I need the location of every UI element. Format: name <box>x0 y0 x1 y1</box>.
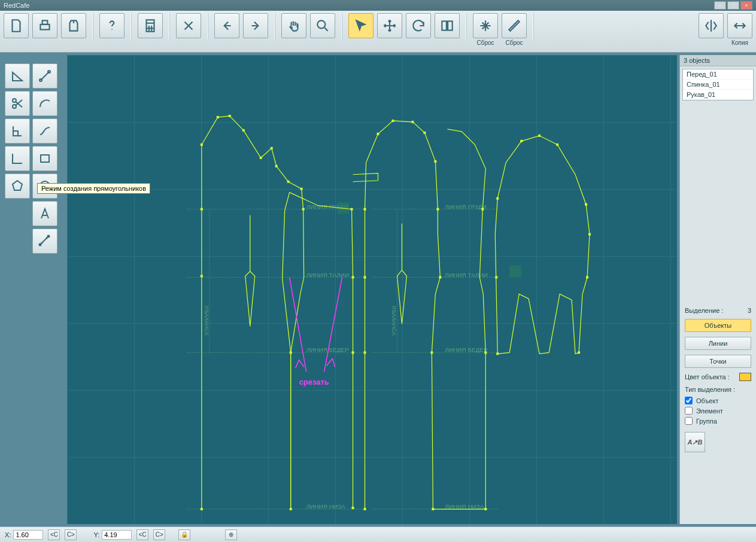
color-swatch[interactable] <box>739 373 751 381</box>
new-file-button[interactable] <box>4 13 29 38</box>
object-color-label: Цвет объекта : <box>685 373 730 380</box>
svg-rect-54 <box>377 133 379 135</box>
ab-rename-button[interactable]: A↗B <box>685 432 705 452</box>
chk-object[interactable] <box>685 397 693 404</box>
svg-rect-60 <box>439 276 441 279</box>
app-title: RedCafe <box>4 2 29 9</box>
tooltip: Режим создания прямоугольников <box>37 183 150 194</box>
line-tool[interactable] <box>32 63 57 89</box>
text-tool[interactable] <box>32 201 57 226</box>
perpendicular-tool[interactable] <box>5 118 30 144</box>
x-label: X: <box>5 531 11 538</box>
titlebar: RedCafe – □ × <box>0 0 756 11</box>
delete-button[interactable] <box>176 13 201 38</box>
objects-tab-button[interactable]: Объекты <box>685 319 751 332</box>
help-button[interactable] <box>99 13 125 38</box>
pan-button[interactable] <box>281 13 306 38</box>
svg-rect-66 <box>496 352 499 355</box>
dimension-tool[interactable] <box>32 229 57 254</box>
svg-rect-57 <box>423 132 426 134</box>
reset-label-1: Сброс <box>476 39 494 46</box>
object-list[interactable]: Перед_01 Спинка_01 Рукав_01 <box>682 69 754 101</box>
y-input[interactable] <box>102 530 132 540</box>
arc-tool[interactable] <box>32 91 57 116</box>
svg-rect-32 <box>201 275 203 278</box>
undo-button[interactable] <box>214 13 239 38</box>
move-button[interactable] <box>377 13 402 38</box>
svg-rect-65 <box>481 208 484 211</box>
svg-rect-31 <box>201 508 203 510</box>
svg-rect-40 <box>275 165 278 168</box>
zoom-button[interactable] <box>310 13 335 38</box>
corner-tool[interactable] <box>5 146 30 171</box>
chk-group[interactable] <box>685 417 693 425</box>
main-toolbar: Сброс Сброс Копия <box>0 11 756 53</box>
reset-axis-button[interactable] <box>473 13 498 38</box>
svg-rect-48 <box>352 276 354 279</box>
svg-point-18 <box>48 236 50 237</box>
chest-line-label-2: ЛИНИЯ ГРУДИ <box>445 203 487 210</box>
flip-button[interactable] <box>435 13 460 38</box>
svg-rect-58 <box>434 160 436 163</box>
calculator-button[interactable] <box>138 13 163 38</box>
grid-snap-button[interactable]: ⊕ <box>225 529 237 540</box>
copy-label: Копия <box>731 39 748 46</box>
points-tab-button[interactable]: Точки <box>685 355 751 368</box>
y-lt-button[interactable]: <C <box>136 529 148 540</box>
svg-rect-47 <box>352 351 354 354</box>
svg-line-8 <box>324 28 327 31</box>
svg-rect-30 <box>509 266 521 278</box>
x-input[interactable] <box>13 530 43 540</box>
svg-rect-39 <box>271 147 273 150</box>
angle-tool[interactable] <box>5 63 30 89</box>
svg-rect-52 <box>364 276 366 279</box>
list-item[interactable]: Перед_01 <box>683 69 753 80</box>
redo-button[interactable] <box>243 13 268 38</box>
svg-rect-36 <box>229 115 231 117</box>
svg-rect-15 <box>41 155 49 162</box>
hem-line-label-1: ЛИНИЯ НИЗА <box>306 503 345 510</box>
svg-rect-10 <box>448 21 453 30</box>
shape-tool[interactable] <box>5 173 30 199</box>
svg-rect-72 <box>585 203 587 206</box>
svg-rect-9 <box>442 21 447 30</box>
x-lt-button[interactable]: <C <box>48 529 60 540</box>
x-gt-button[interactable]: C> <box>65 529 77 540</box>
curve-tool[interactable] <box>32 118 57 144</box>
svg-rect-70 <box>538 135 541 137</box>
svg-rect-49 <box>351 208 353 211</box>
svg-rect-43 <box>302 208 305 211</box>
svg-rect-56 <box>411 121 414 123</box>
lines-tab-button[interactable]: Линии <box>685 337 751 350</box>
svg-rect-64 <box>484 351 487 354</box>
rectangle-tool[interactable] <box>32 146 57 171</box>
lock-button[interactable]: 🔒 <box>178 529 190 540</box>
reset-ruler-button[interactable] <box>502 13 527 38</box>
chk-element[interactable] <box>685 407 693 415</box>
svg-rect-51 <box>364 351 366 354</box>
scissors-tool[interactable] <box>5 91 30 116</box>
list-item[interactable]: Рукав_01 <box>683 90 753 100</box>
svg-point-7 <box>317 20 325 28</box>
minimize-button[interactable]: – <box>714 1 726 10</box>
hip-line-label-2: ЛИНИЯ БЕДЕР <box>445 346 488 353</box>
tool-palette <box>5 63 57 254</box>
mirror-v-button[interactable] <box>699 13 724 38</box>
mannequin-button[interactable] <box>61 13 86 38</box>
svg-rect-67 <box>495 276 497 279</box>
balance-label-1: Р.БАЛАНСА <box>204 306 210 335</box>
svg-rect-62 <box>432 508 434 510</box>
drawing-canvas[interactable]: ЛИНИЯ ГРУДИ ЛИНИЯ ГРУДИ ЛИНИЯ ТАЛИИ ЛИНИ… <box>67 55 677 524</box>
y-gt-button[interactable]: C> <box>153 529 165 540</box>
rotate-button[interactable] <box>406 13 431 38</box>
maximize-button[interactable]: □ <box>727 1 739 10</box>
selection-count: 3 <box>748 307 751 314</box>
select-button[interactable] <box>348 13 374 38</box>
copy-button[interactable] <box>727 13 752 38</box>
waist-line-label-1: ЛИНИЯ ТАЛИИ <box>306 272 350 278</box>
objects-panel: 3 objects Перед_01 Спинка_01 Рукав_01 Вы… <box>679 55 756 524</box>
svg-rect-50 <box>364 508 366 510</box>
list-item[interactable]: Спинка_01 <box>683 80 753 90</box>
print-button[interactable] <box>32 13 57 38</box>
close-button[interactable]: × <box>740 1 752 10</box>
